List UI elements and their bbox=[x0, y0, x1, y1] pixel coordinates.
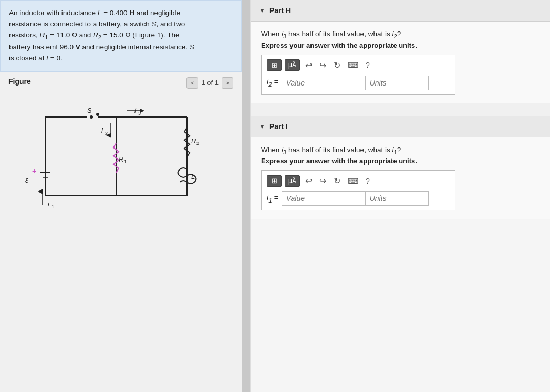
svg-text:1: 1 bbox=[51, 204, 54, 209]
svg-text:S: S bbox=[87, 107, 92, 114]
part-i-instruction: Express your answer with the appropriate… bbox=[261, 157, 539, 165]
prev-button[interactable]: < bbox=[186, 77, 198, 89]
part-h-keyboard-btn[interactable]: ⌨ bbox=[346, 60, 360, 70]
svg-text:3: 3 bbox=[138, 111, 141, 116]
part-h-input-row: i2 = bbox=[267, 76, 450, 90]
part-i-help-btn[interactable]: ? bbox=[364, 176, 372, 186]
part-i-units-input[interactable] bbox=[366, 191, 429, 206]
svg-text:i: i bbox=[101, 126, 103, 134]
part-h-matrix-btn[interactable]: ⊞ bbox=[267, 59, 282, 71]
part-i-question: When i3 has half of its final value, wha… bbox=[261, 146, 539, 155]
part-h-toolbar: ⊞ μÄ ↩ ↪ ↻ ⌨ ? bbox=[267, 59, 450, 71]
part-h-instruction: Express your answer with the appropriate… bbox=[261, 41, 539, 49]
part-i-body: When i3 has half of its final value, wha… bbox=[251, 137, 550, 219]
part-h-answer-box: ⊞ μÄ ↩ ↪ ↻ ⌨ ? i2 = bbox=[261, 55, 455, 95]
problem-line4: battery has emf 96.0 V and negligible in… bbox=[9, 43, 194, 51]
part-i-toolbar: ⊞ μÄ ↩ ↪ ↻ ⌨ ? bbox=[267, 175, 450, 187]
part-h-undo-btn[interactable]: ↩ bbox=[303, 59, 314, 71]
part-i-title: Part I bbox=[269, 122, 288, 131]
part-i-answer-box: ⊞ μÄ ↩ ↪ ↻ ⌨ ? i1 = bbox=[261, 170, 455, 210]
circuit-svg: + ε i 1 R 1 i 2 i 3 bbox=[14, 101, 213, 211]
svg-point-5 bbox=[96, 113, 99, 116]
next-button[interactable]: > bbox=[222, 77, 233, 89]
figure-area: Figure < 1 of 1 > bbox=[0, 72, 242, 392]
part-h-eq-label: i2 = bbox=[267, 78, 278, 88]
part-h-help-btn[interactable]: ? bbox=[364, 60, 372, 70]
problem-text: An inductor with inductance L = 0.400 H … bbox=[0, 0, 242, 72]
part-i-eq-label: i1 = bbox=[267, 194, 278, 204]
part-h-units-input[interactable] bbox=[366, 76, 429, 90]
svg-text:2: 2 bbox=[105, 131, 108, 136]
svg-text:+: + bbox=[32, 167, 36, 175]
part-h-mu-btn[interactable]: μÄ bbox=[285, 59, 300, 71]
svg-text:R: R bbox=[119, 155, 123, 163]
scroll-divider[interactable] bbox=[242, 0, 250, 392]
part-i-input-row: i1 = bbox=[267, 191, 450, 206]
svg-text:R: R bbox=[191, 137, 196, 145]
part-i-mu-label: μÄ bbox=[288, 177, 296, 185]
part-i-header[interactable]: ▼ Part I bbox=[251, 116, 550, 137]
part-i-keyboard-btn[interactable]: ⌨ bbox=[346, 176, 360, 186]
section-spacer-1 bbox=[251, 103, 550, 116]
svg-text:L: L bbox=[191, 173, 195, 181]
problem-line5: is closed at t = 0. bbox=[9, 54, 63, 62]
part-h-refresh-btn[interactable]: ↻ bbox=[331, 59, 343, 71]
part-i-matrix-btn[interactable]: ⊞ bbox=[267, 175, 282, 187]
part-i-value-input[interactable] bbox=[282, 191, 366, 206]
svg-text:2: 2 bbox=[196, 141, 199, 146]
part-h-title: Part H bbox=[269, 6, 291, 15]
svg-text:i: i bbox=[48, 200, 50, 208]
part-i-undo-btn[interactable]: ↩ bbox=[303, 175, 314, 187]
part-i-section: ▼ Part I When i3 has half of its final v… bbox=[251, 116, 550, 219]
problem-line1: An inductor with inductance L = 0.400 H … bbox=[9, 9, 180, 17]
part-h-value-input[interactable] bbox=[282, 76, 366, 90]
svg-text:1: 1 bbox=[124, 159, 127, 164]
part-h-redo-btn[interactable]: ↪ bbox=[317, 59, 328, 71]
part-i-refresh-btn[interactable]: ↻ bbox=[331, 175, 343, 187]
part-h-mu-label: μÄ bbox=[288, 61, 296, 69]
svg-text:ε: ε bbox=[25, 176, 29, 184]
problem-line2: resistance is connected to a battery, a … bbox=[9, 20, 185, 28]
part-h-question: When i3 has half of its final value, wha… bbox=[261, 30, 539, 39]
circuit-diagram: + ε i 1 R 1 i 2 i 3 bbox=[14, 101, 233, 213]
part-h-section: ▼ Part H When i3 has half of its final v… bbox=[251, 0, 550, 103]
part-h-header[interactable]: ▼ Part H bbox=[251, 0, 550, 22]
part-h-body: When i3 has half of its final value, wha… bbox=[251, 22, 550, 103]
part-i-chevron: ▼ bbox=[259, 123, 265, 130]
part-h-chevron: ▼ bbox=[259, 7, 265, 14]
figure-nav: < 1 of 1 > bbox=[186, 77, 233, 89]
left-panel: An inductor with inductance L = 0.400 H … bbox=[0, 0, 242, 392]
problem-line3: resistors, R1 = 11.0 Ω and R2 = 15.0 Ω (… bbox=[9, 31, 180, 39]
part-i-redo-btn[interactable]: ↪ bbox=[317, 175, 328, 187]
right-panel: ▼ Part H When i3 has half of its final v… bbox=[250, 0, 550, 392]
nav-counter: 1 of 1 bbox=[201, 79, 219, 87]
part-i-mu-btn[interactable]: μÄ bbox=[285, 175, 300, 187]
svg-point-4 bbox=[90, 115, 93, 119]
